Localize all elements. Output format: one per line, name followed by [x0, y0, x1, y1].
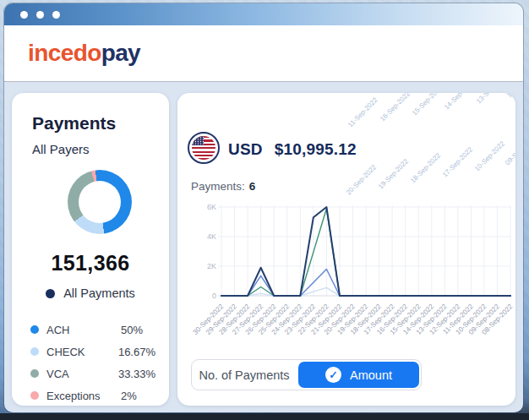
window-control-dot-icon[interactable] — [20, 11, 28, 19]
logo-text-secondary: pay — [101, 40, 140, 66]
chart-grid — [218, 205, 510, 296]
window-control-dot-icon[interactable] — [36, 11, 44, 19]
payment-details-card: USD $10,995.12 Payments:6 02K4K6K30-Sep-… — [177, 93, 515, 406]
payments-line-chart-svg[interactable]: 02K4K6K30-Sep-202229-Sep-202228-Sep-2022… — [181, 193, 514, 359]
check-icon: ✓ — [325, 367, 341, 383]
legend-value: 33.33% — [118, 368, 155, 380]
legend-item: VCA33.33% — [30, 363, 155, 385]
legend-dot-icon — [30, 325, 39, 334]
currency-amount-row: USD $10,995.12 — [228, 140, 357, 159]
ghost-axis-label: 17-Sep-2022 — [441, 145, 474, 178]
payments-count-value: 6 — [249, 180, 256, 193]
svg-text:2K: 2K — [207, 262, 216, 270]
payment-types-legend: ACH50%CHECK16.67%VCA33.33%Exceptions2% — [30, 319, 155, 406]
page-title: Payments — [32, 113, 169, 134]
payments-donut-chart[interactable] — [68, 170, 132, 234]
ghost-axis-label: 10-Sep-2022 — [473, 139, 506, 172]
ghost-axis-label: 11-Sep-2022 — [346, 96, 379, 129]
all-payments-legend: All Payments — [12, 286, 169, 300]
amount-value: $10,995.12 — [275, 140, 357, 159]
dashboard-content: Payments All Payers 151,366 All Payments… — [4, 82, 523, 412]
chart-mode-toggle-group[interactable]: No. of Payments✓Amount — [191, 359, 422, 390]
ghost-axis-label: 09-Sep-2022 — [504, 134, 515, 166]
legend-label: VCA — [46, 368, 118, 380]
toggle-option-amount[interactable]: ✓Amount — [298, 362, 419, 388]
ghost-axis-label: 13-Sep-2022 — [475, 93, 508, 105]
toggle-option-no-of-payments[interactable]: No. of Payments — [192, 368, 297, 382]
legend-dot-icon — [30, 347, 39, 356]
logo-text-primary: incedo — [28, 40, 101, 66]
us-flag-stripes — [192, 136, 215, 160]
all-payments-label: All Payments — [63, 286, 135, 300]
legend-dot-icon — [30, 391, 39, 400]
ghost-axis-label: 12-Sep-2022 — [505, 93, 515, 99]
svg-text:0: 0 — [212, 292, 216, 300]
incedopay-logo[interactable]: incedopay — [28, 40, 140, 67]
ghost-axis-label: 14-Sep-2022 — [443, 93, 476, 111]
legend-value: 16.67% — [118, 346, 155, 358]
ghost-axis-label: 18-Sep-2022 — [409, 151, 442, 184]
chart-x-labels: 30-Sep-202229-Sep-202228-Sep-202227-Sep-… — [192, 303, 514, 336]
legend-value: 2% — [121, 390, 137, 402]
legend-item: Exceptions2% — [30, 385, 155, 406]
browser-window: incedopay Payments All Payers 151,366 Al… — [4, 3, 523, 412]
ghost-axis-label: 16-Sep-2022 — [379, 93, 412, 123]
us-flag-canton — [192, 136, 204, 145]
toggle-option-label: Amount — [350, 368, 392, 382]
legend-item: CHECK16.67% — [30, 341, 155, 363]
legend-label: CHECK — [46, 346, 118, 358]
us-flag-icon — [188, 132, 220, 164]
legend-dot-icon — [30, 369, 39, 378]
svg-text:6K: 6K — [207, 203, 216, 211]
currency-label: USD — [228, 140, 263, 159]
ghost-axis-label: 15-Sep-2022 — [411, 93, 444, 117]
background-bottom-strip — [0, 413, 529, 420]
ghost-axis-label: 19-Sep-2022 — [377, 157, 410, 190]
payments-trend-chart[interactable]: 02K4K6K30-Sep-202229-Sep-202228-Sep-2022… — [181, 193, 514, 359]
svg-text:4K: 4K — [207, 232, 216, 241]
legend-label: ACH — [46, 324, 121, 336]
all-payments-dot-icon — [46, 289, 55, 298]
legend-value: 50% — [121, 324, 143, 336]
toggle-option-label: No. of Payments — [199, 368, 289, 382]
legend-label: Exceptions — [46, 390, 121, 402]
ghost-axis-label: 20-Sep-2022 — [345, 163, 378, 196]
payments-summary-card: Payments All Payers 151,366 All Payments… — [12, 93, 169, 406]
all-payers-label: All Payers — [32, 142, 169, 156]
window-titlebar — [4, 3, 523, 25]
window-control-dot-icon[interactable] — [52, 11, 60, 19]
total-payments-value: 151,366 — [12, 251, 169, 275]
payments-count-label: Payments: — [191, 180, 245, 193]
legend-item: ACH50% — [30, 319, 155, 341]
app-header: incedopay — [4, 25, 523, 82]
chart-y-labels: 02K4K6K — [207, 203, 216, 300]
payments-count-row: Payments:6 — [191, 180, 255, 193]
